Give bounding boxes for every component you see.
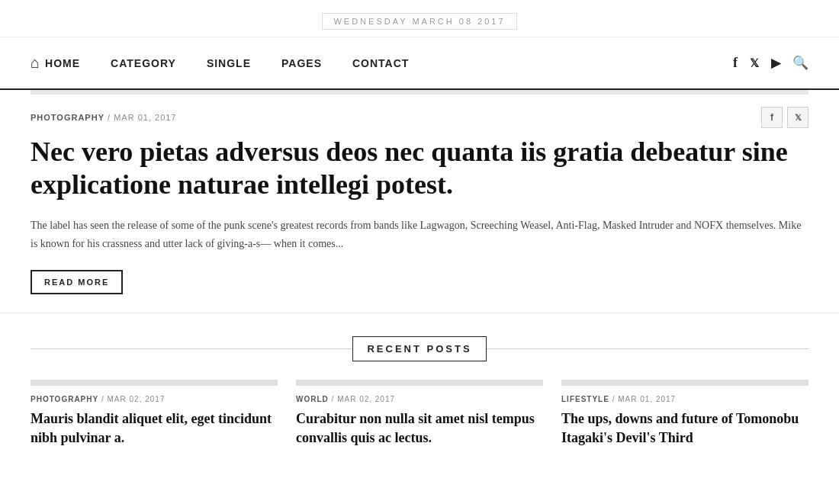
post-date-3: MAR 01, 2017 <box>618 395 676 403</box>
article-social-buttons: f 𝕏 <box>761 107 808 128</box>
home-icon: ⌂ <box>31 54 40 72</box>
post-title-1[interactable]: Mauris blandit aliquet elit, eget tincid… <box>31 409 278 448</box>
recent-posts-line-right <box>487 348 808 349</box>
article-separator: / <box>108 113 114 122</box>
nav-home[interactable]: ⌂ HOME <box>31 37 95 88</box>
nav-category[interactable]: CATEGORY <box>95 40 191 86</box>
date-text: WEDNESDAY MARCH 08 2017 <box>322 13 516 30</box>
main-nav: ⌂ HOME CATEGORY SINGLE PAGES CONTACT f 𝕏… <box>0 37 839 90</box>
post-date-1: MAR 02, 2017 <box>108 395 166 403</box>
nav-links: ⌂ HOME CATEGORY SINGLE PAGES CONTACT <box>31 37 733 88</box>
post-image-2 <box>296 380 543 386</box>
post-meta-1: PHOTOGRAPHY / MAR 02, 2017 <box>31 395 278 403</box>
search-icon[interactable]: 🔍 <box>792 55 808 71</box>
nav-pages[interactable]: PAGES <box>266 40 337 86</box>
post-category-2: WORLD <box>296 395 329 403</box>
post-meta-2: WORLD / MAR 02, 2017 <box>296 395 543 403</box>
recent-posts-line-left <box>31 348 352 349</box>
article-excerpt: The label has seen the release of some o… <box>31 217 808 253</box>
post-card-1: PHOTOGRAPHY / MAR 02, 2017 Mauris blandi… <box>31 380 278 448</box>
recent-posts-title: RECENT POSTS <box>352 336 486 361</box>
post-sep-1: / <box>101 395 108 403</box>
posts-grid: PHOTOGRAPHY / MAR 02, 2017 Mauris blandi… <box>31 380 808 448</box>
twitter-icon[interactable]: 𝕏 <box>750 56 759 70</box>
recent-posts-header: RECENT POSTS <box>31 336 808 361</box>
article-title: Nec vero pietas adversus deos nec quanta… <box>31 136 808 201</box>
post-category-3: LIFESTYLE <box>561 395 609 403</box>
main-article: PHOTOGRAPHY / MAR 01, 2017 f 𝕏 Nec vero … <box>0 95 839 313</box>
article-category-date: PHOTOGRAPHY / MAR 01, 2017 <box>31 113 177 122</box>
post-meta-3: LIFESTYLE / MAR 01, 2017 <box>561 395 808 403</box>
facebook-icon[interactable]: f <box>733 55 738 71</box>
article-meta: PHOTOGRAPHY / MAR 01, 2017 f 𝕏 <box>31 107 808 128</box>
nav-single[interactable]: SINGLE <box>191 40 266 86</box>
nav-social-icons: f 𝕏 ▶ 🔍 <box>733 55 808 71</box>
post-sep-2: / <box>332 395 338 403</box>
post-card-3: LIFESTYLE / MAR 01, 2017 The ups, downs … <box>561 380 808 448</box>
article-date: MAR 01, 2017 <box>114 113 176 122</box>
post-title-3[interactable]: The ups, downs and future of Tomonobu It… <box>561 409 808 448</box>
nav-home-label: HOME <box>45 57 80 69</box>
recent-posts-section: RECENT POSTS PHOTOGRAPHY / MAR 02, 2017 … <box>0 313 839 470</box>
nav-contact[interactable]: CONTACT <box>337 40 424 86</box>
post-category-1: PHOTOGRAPHY <box>31 395 98 403</box>
post-image-3 <box>561 380 808 386</box>
post-date-2: MAR 02, 2017 <box>337 395 395 403</box>
youtube-icon[interactable]: ▶ <box>771 56 780 70</box>
post-title-2[interactable]: Curabitur non nulla sit amet nisl tempus… <box>296 409 543 448</box>
article-category: PHOTOGRAPHY <box>31 113 104 122</box>
post-card-2: WORLD / MAR 02, 2017 Curabitur non nulla… <box>296 380 543 448</box>
post-image-1 <box>31 380 278 386</box>
read-more-button[interactable]: READ MORE <box>31 270 123 294</box>
date-bar: WEDNESDAY MARCH 08 2017 <box>0 0 839 37</box>
article-facebook-button[interactable]: f <box>761 107 783 128</box>
article-twitter-button[interactable]: 𝕏 <box>787 107 808 128</box>
